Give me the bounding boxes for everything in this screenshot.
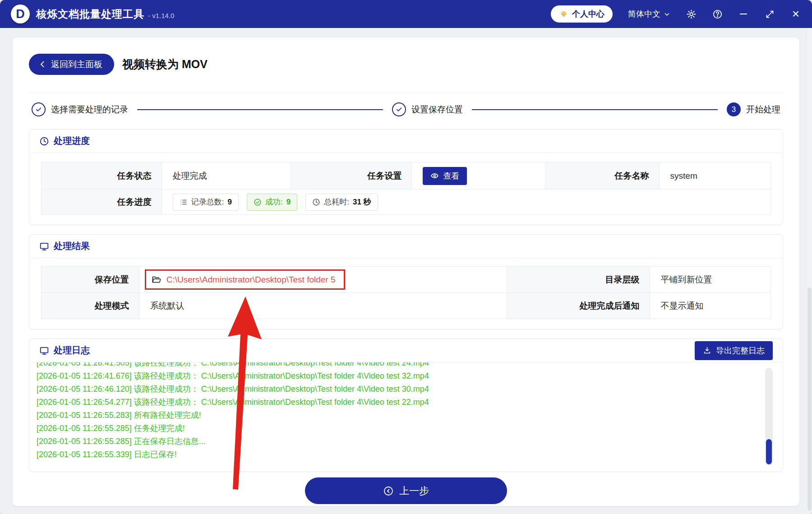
badge-label: 总耗时: [324,197,349,207]
view-icon [430,171,439,180]
task-settings-label: 任务设置 [291,162,412,190]
window-scrollbar[interactable] [806,28,812,514]
progress-section: 处理进度 任务状态 处理完成 任务设置 查看 任务名称 [29,129,783,225]
result-table: 保存位置 C:\Users\Administrator\Desktop\Test… [41,266,771,319]
task-status-label: 任务状态 [42,162,162,190]
settings-gear-icon[interactable] [686,9,697,19]
export-log-label: 导出完整日志 [716,345,765,356]
step-number: 3 [732,105,736,114]
prev-step-button[interactable]: 上一步 [305,477,507,504]
log-section-title: 处理日志 [54,344,90,357]
log-area[interactable]: [2026-01-05 11:26:41.505] 该路径处理成功： C:\Us… [29,362,783,472]
footer: 上一步 [29,477,783,504]
log-line: [2026-01-05 11:26:55.283] 所有路径处理完成! [37,409,756,422]
save-location-value[interactable]: C:\Users\Administrator\Desktop\Test fold… [166,275,336,285]
badge-label: 记录总数: [191,197,224,207]
badge-label: 成功: [265,197,283,207]
log-section-header: 处理日志 导出完整日志 [29,339,783,362]
step-item-2: 设置保存位置 [392,102,463,116]
progress-section-header: 处理进度 [29,130,783,153]
task-settings-cell: 查看 [412,162,545,190]
step-indicator: 选择需要处理的记录 设置保存位置 3 开始处理 [29,93,783,126]
step-connector [472,109,718,110]
chevron-down-icon [664,11,670,18]
back-button[interactable]: 返回到主面板 [29,54,114,75]
log-line: [2026-01-05 11:26:55.285] 正在保存日志信息... [37,435,756,448]
view-button-label: 查看 [443,171,459,181]
app-title: 核烁文档批量处理工具 [36,7,144,21]
minimize-button[interactable] [738,9,749,19]
clock-icon [312,198,320,206]
app-logo: D [11,5,30,23]
step-number-badge: 3 [727,102,741,116]
progress-section-title: 处理进度 [54,135,90,147]
log-line: [2026-01-05 11:26:41.505] 该路径处理成功： C:\Us… [37,362,756,370]
prev-step-label: 上一步 [399,484,429,498]
log-scrollbar-thumb[interactable] [766,439,772,464]
user-center-label: 个人中心 [572,9,604,19]
result-section: 处理结果 保存位置 C:\Users\Administrator\Desktop… [29,234,783,329]
clock-icon [39,136,49,146]
log-lines: [2026-01-05 11:26:41.505] 该路径处理成功： C:\Us… [37,362,756,461]
export-log-button[interactable]: 导出完整日志 [695,341,773,360]
badge-value: 31 秒 [353,197,371,207]
step-connector [137,109,383,110]
dir-level-label: 目录层级 [507,267,650,293]
step-item-3: 3 开始处理 [727,102,780,116]
task-progress-label: 任务进度 [42,190,162,215]
badge-total-records: 记录总数: 9 [173,194,239,211]
page-title: 视频转换为 MOV [122,57,208,72]
main-card: 返回到主面板 视频转换为 MOV 选择需要处理的记录 设置保存位置 [13,37,799,506]
view-button[interactable]: 查看 [423,167,467,185]
window-scrollbar-thumb[interactable] [807,287,812,511]
step-label: 设置保存位置 [411,104,463,116]
badge-success: 成功: 9 [247,194,297,211]
save-location-cell: C:\Users\Administrator\Desktop\Test fold… [139,267,507,293]
step-item-1: 选择需要处理的记录 [32,102,128,116]
badge-elapsed-time: 总耗时: 31 秒 [305,194,378,211]
app-version: - v1.14.0 [148,12,174,19]
header-row: 返回到主面板 视频转换为 MOV [29,54,783,75]
badge-value: 9 [228,198,232,207]
download-icon [703,346,711,355]
task-name-value: system [660,162,771,190]
step-check-icon [392,102,406,116]
monitor-icon [39,346,49,356]
log-line: [2026-01-05 11:26:55.339] 日志已保存! [37,448,756,461]
language-selector[interactable]: 简体中文 [628,9,670,19]
list-icon [180,198,188,206]
task-status-value: 处理完成 [162,162,291,190]
user-center-button[interactable]: 个人中心 [551,5,613,23]
check-circle-icon [254,198,262,206]
log-line: [2026-01-05 11:26:55.285] 任务处理完成! [37,422,756,435]
log-section: 处理日志 导出完整日志 [2026-01-05 11:26:41.505] 该路… [29,338,783,472]
process-mode-label: 处理模式 [42,293,139,319]
red-annotation-box: C:\Users\Administrator\Desktop\Test fold… [145,269,345,290]
app-window: D 核烁文档批量处理工具 - v1.14.0 个人中心 简体中文 [0,0,812,514]
notify-value: 不显示通知 [650,293,771,319]
log-line: [2026-01-05 11:26:54.277] 该路径处理成功： C:\Us… [37,396,756,409]
circle-arrow-left-icon [383,486,394,496]
log-line: [2026-01-05 11:26:46.120] 该路径处理成功： C:\Us… [37,383,756,396]
logo-letter: D [16,7,25,21]
back-button-label: 返回到主面板 [51,59,102,70]
monitor-icon [39,241,49,251]
vip-gem-icon [559,9,568,19]
log-scrollbar[interactable] [765,368,773,465]
titlebar: D 核烁文档批量处理工具 - v1.14.0 个人中心 简体中文 [0,0,812,28]
progress-table: 任务状态 处理完成 任务设置 查看 任务名称 system 任务进度 [41,162,771,215]
notify-label: 处理完成后通知 [507,293,650,319]
log-line: [2026-01-05 11:26:41.676] 该路径处理成功： C:\Us… [37,370,756,383]
process-mode-value: 系统默认 [139,293,507,319]
maximize-button[interactable] [764,9,775,19]
task-progress-badges: 记录总数: 9 成功: 9 [162,190,771,215]
result-section-header: 处理结果 [29,235,783,258]
result-section-title: 处理结果 [54,240,90,252]
close-button[interactable] [790,9,801,19]
task-name-label: 任务名称 [545,162,659,190]
step-check-icon [32,102,46,116]
save-location-label: 保存位置 [42,267,139,293]
dir-level-value: 平铺到新位置 [650,267,771,293]
help-icon[interactable] [712,9,723,19]
badge-value: 9 [286,198,291,207]
